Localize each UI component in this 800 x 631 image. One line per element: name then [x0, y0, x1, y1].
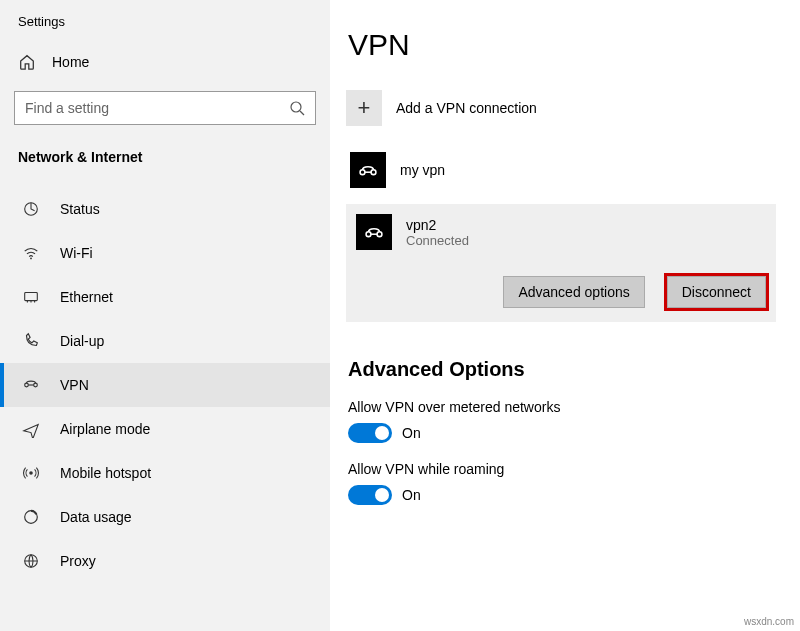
add-vpn-label: Add a VPN connection	[396, 100, 537, 116]
svg-line-1	[300, 111, 304, 115]
svg-point-13	[377, 232, 382, 237]
airplane-icon	[22, 420, 40, 438]
status-icon	[22, 200, 40, 218]
nav-proxy[interactable]: Proxy	[0, 539, 330, 583]
nav-datausage[interactable]: Data usage	[0, 495, 330, 539]
page-title: VPN	[348, 28, 776, 62]
nav-ethernet[interactable]: Ethernet	[0, 275, 330, 319]
nav-label: Ethernet	[60, 289, 113, 305]
option-metered: Allow VPN over metered networks On	[348, 399, 776, 443]
search-box[interactable]	[14, 91, 316, 125]
category-heading: Network & Internet	[0, 139, 330, 187]
plus-icon: +	[346, 90, 382, 126]
home-icon	[18, 53, 36, 71]
svg-point-5	[25, 383, 29, 387]
search-input[interactable]	[25, 100, 289, 116]
watermark: wsxdn.com	[744, 616, 794, 627]
nav-airplane[interactable]: Airplane mode	[0, 407, 330, 451]
toggle-metered[interactable]	[348, 423, 392, 443]
toggle-roaming[interactable]	[348, 485, 392, 505]
nav-status[interactable]: Status	[0, 187, 330, 231]
nav-vpn[interactable]: VPN	[0, 363, 330, 407]
add-vpn-connection[interactable]: + Add a VPN connection	[346, 88, 776, 144]
nav-label: Mobile hotspot	[60, 465, 151, 481]
datausage-icon	[22, 508, 40, 526]
vpn-connection-name: vpn2	[406, 217, 469, 233]
nav-label: Wi-Fi	[60, 245, 93, 261]
proxy-icon	[22, 552, 40, 570]
option-roaming: Allow VPN while roaming On	[348, 461, 776, 505]
advanced-options-heading: Advanced Options	[348, 358, 776, 381]
nav-list: Status Wi-Fi Ethernet Dial-up	[0, 187, 330, 583]
nav-label: Status	[60, 201, 100, 217]
svg-point-11	[371, 170, 376, 175]
vpn-connection-item[interactable]: my vpn	[346, 144, 776, 196]
nav-label: Airplane mode	[60, 421, 150, 437]
sidebar: Settings Home Network & Internet	[0, 0, 330, 631]
vpn-icon	[22, 376, 40, 394]
advanced-options-button[interactable]: Advanced options	[503, 276, 644, 308]
main-panel: VPN + Add a VPN connection my vpn vpn2 C…	[330, 0, 800, 631]
nav-dialup[interactable]: Dial-up	[0, 319, 330, 363]
dialup-icon	[22, 332, 40, 350]
svg-point-10	[360, 170, 365, 175]
home-label: Home	[52, 54, 89, 70]
option-label: Allow VPN while roaming	[348, 461, 776, 477]
nav-label: Data usage	[60, 509, 132, 525]
nav-hotspot[interactable]: Mobile hotspot	[0, 451, 330, 495]
toggle-state-label: On	[402, 425, 421, 441]
vpn-connection-icon	[350, 152, 386, 188]
vpn-connection-status: Connected	[406, 233, 469, 248]
vpn-connection-name: my vpn	[400, 162, 445, 178]
svg-point-3	[30, 258, 32, 260]
wifi-icon	[22, 244, 40, 262]
toggle-state-label: On	[402, 487, 421, 503]
vpn-connection-selected[interactable]: vpn2 Connected Advanced options Disconne…	[346, 204, 776, 322]
nav-label: Dial-up	[60, 333, 104, 349]
sidebar-home[interactable]: Home	[0, 43, 330, 81]
nav-label: Proxy	[60, 553, 96, 569]
window-title: Settings	[0, 8, 330, 43]
disconnect-button[interactable]: Disconnect	[667, 276, 766, 308]
svg-point-6	[34, 383, 38, 387]
hotspot-icon	[22, 464, 40, 482]
svg-point-7	[29, 471, 33, 475]
ethernet-icon	[22, 288, 40, 306]
nav-label: VPN	[60, 377, 89, 393]
search-icon	[289, 100, 305, 116]
option-label: Allow VPN over metered networks	[348, 399, 776, 415]
svg-point-0	[291, 102, 301, 112]
svg-point-12	[366, 232, 371, 237]
vpn-connection-icon	[356, 214, 392, 250]
nav-wifi[interactable]: Wi-Fi	[0, 231, 330, 275]
svg-rect-4	[25, 293, 38, 301]
